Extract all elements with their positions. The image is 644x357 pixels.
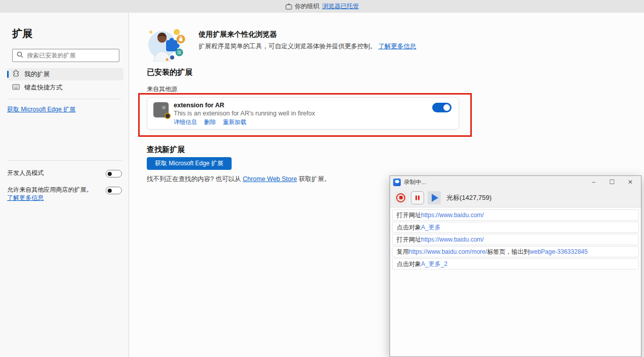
extension-reload-link[interactable]: 重新加载 [223, 118, 246, 126]
managed-banner: 你的组织浏览器已托管 [0, 0, 644, 13]
developer-mode-toggle[interactable] [106, 170, 122, 177]
extensions-illustration [147, 28, 189, 64]
action-target-text: A_更多 [421, 223, 441, 232]
minimize-icon[interactable]: – [586, 177, 601, 187]
action-target-text: https://www.baidu.com/ [421, 212, 484, 219]
installed-extensions-heading: 已安装的扩展 [147, 68, 192, 77]
sidebar-item-label: 键盘快捷方式 [24, 83, 62, 92]
extension-actions: 详细信息 删除 重新加载 [174, 118, 246, 126]
find-hint: 找不到正在查找的内容? 也可以从 Chrome Web Store 获取扩展。 [147, 175, 331, 184]
chrome-web-store-link[interactable]: Chrome Web Store [243, 175, 297, 183]
extension-card: extension for AR This is an extenison fo… [147, 97, 459, 130]
maximize-icon[interactable]: ☐ [604, 177, 620, 187]
hero-description: 扩展程序是简单的工具，可自定义浏览器体验并提供更多控制。 了解更多信息 [199, 42, 416, 51]
source-label: 来自其他源 [147, 85, 177, 94]
extension-enabled-toggle[interactable] [432, 103, 452, 112]
hero-title: 使用扩展来个性化浏览器 [199, 30, 416, 39]
briefcase-icon [285, 4, 292, 10]
extensions-sidebar: 扩展 我的扩展 键盘快捷方式 获取 Microsoft Edge 扩展 开发人员… [0, 13, 129, 357]
find-hint-prefix: 找不到正在查找的内容? 也可以从 [147, 175, 243, 183]
pause-button[interactable] [411, 191, 424, 204]
sidebar-toggles: 开发人员模式 允许来自其他应用商店的扩展。了解更多信息 [0, 155, 129, 202]
action-row[interactable]: 点击对象A_更多_2 [392, 258, 639, 270]
allow-other-stores-row: 允许来自其他应用商店的扩展。了解更多信息 [7, 186, 122, 202]
action-verb-text: 打开网址 [397, 235, 421, 244]
cursor-position-label: 光标(1427,759) [446, 193, 492, 202]
search-box[interactable] [12, 49, 119, 62]
managed-banner-text: 你的组织 [295, 2, 319, 11]
action-row[interactable]: 打开网址https://www.baidu.com/ [392, 234, 639, 245]
play-icon [432, 194, 438, 202]
allow-other-stores-label: 允许来自其他应用商店的扩展。了解更多信息 [7, 186, 94, 202]
allow-other-stores-toggle[interactable] [106, 187, 122, 194]
stop-record-button[interactable] [394, 191, 407, 204]
allow-other-stores-text: 允许来自其他应用商店的扩展。 [7, 186, 92, 193]
managed-banner-link[interactable]: 浏览器已托管 [323, 2, 359, 11]
action-verb-text: 点击对象 [397, 223, 421, 232]
action-row[interactable]: 复用https://www.baidu.com/more/标签页，输出到webP… [392, 246, 639, 257]
close-icon[interactable]: ✕ [623, 177, 638, 187]
hero-description-text: 扩展程序是简单的工具，可自定义浏览器体验并提供更多控制。 [199, 43, 376, 50]
allow-other-stores-learn-more-link[interactable]: 了解更多信息 [7, 194, 44, 201]
keyboard-icon [12, 84, 20, 92]
sidebar-item-keyboard-shortcuts[interactable]: 键盘快捷方式 [7, 81, 123, 94]
sidebar-item-my-extensions[interactable]: 我的扩展 [7, 68, 123, 80]
extension-name: extension for AR [174, 102, 224, 109]
extension-badge-icon [165, 113, 171, 119]
action-target-text: A_更多_2 [421, 260, 447, 269]
sidebar-divider [7, 160, 122, 161]
recorder-window: 录制中... – ☐ ✕ 光标(1427,759) 打开网址https://ww… [390, 175, 641, 357]
page-title: 扩展 [12, 27, 128, 41]
play-button[interactable] [428, 191, 441, 204]
hero-text: 使用扩展来个性化浏览器 扩展程序是简单的工具，可自定义浏览器体验并提供更多控制。… [199, 28, 416, 51]
extension-details-link[interactable]: 详细信息 [174, 118, 197, 126]
recorder-toolbar: 光标(1427,759) [390, 188, 641, 207]
developer-mode-row: 开发人员模式 [7, 169, 122, 177]
puzzle-icon [12, 70, 20, 79]
action-row[interactable]: 点击对象A_更多 [392, 222, 639, 233]
extension-description: This is an extenison for AR's running we… [174, 110, 315, 117]
pause-icon [418, 195, 420, 200]
action-verb-text: 点击对象 [397, 260, 421, 269]
action-target-text: https://www.baidu.com/more/ [409, 248, 487, 255]
get-edge-extensions-button[interactable]: 获取 Microsoft Edge 扩展 [147, 157, 232, 170]
get-edge-extensions-link[interactable]: 获取 Microsoft Edge 扩展 [7, 105, 76, 114]
pause-icon [415, 195, 417, 200]
action-row[interactable]: 打开网址https://www.baidu.com/ [392, 210, 639, 221]
find-new-extensions-heading: 查找新扩展 [147, 145, 185, 155]
sidebar-item-label: 我的扩展 [24, 70, 50, 79]
extension-remove-link[interactable]: 删除 [204, 118, 216, 126]
action-verb-text: 标签页，输出到 [487, 248, 530, 256]
developer-mode-label: 开发人员模式 [7, 169, 94, 177]
action-list: 打开网址https://www.baidu.com/点击对象A_更多打开网址ht… [390, 207, 641, 270]
recorder-titlebar[interactable]: 录制中... – ☐ ✕ [390, 176, 641, 188]
sidebar-nav: 我的扩展 键盘快捷方式 [0, 68, 128, 94]
action-target-text: webPage-336332845 [530, 248, 588, 255]
stop-record-icon [396, 193, 405, 202]
sidebar-divider [7, 99, 121, 99]
find-hint-suffix: 获取扩展。 [297, 175, 331, 183]
hero-learn-more-link[interactable]: 了解更多信息 [378, 43, 416, 50]
recorder-app-icon [393, 178, 401, 186]
search-input[interactable] [27, 52, 115, 59]
hero-section: 使用扩展来个性化浏览器 扩展程序是简单的工具，可自定义浏览器体验并提供更多控制。… [147, 28, 416, 64]
action-target-text: https://www.baidu.com/ [421, 236, 484, 243]
recorder-title: 录制中... [404, 178, 583, 186]
search-icon [17, 51, 23, 60]
action-verb-text: 复用 [397, 248, 409, 256]
action-verb-text: 打开网址 [397, 211, 421, 220]
